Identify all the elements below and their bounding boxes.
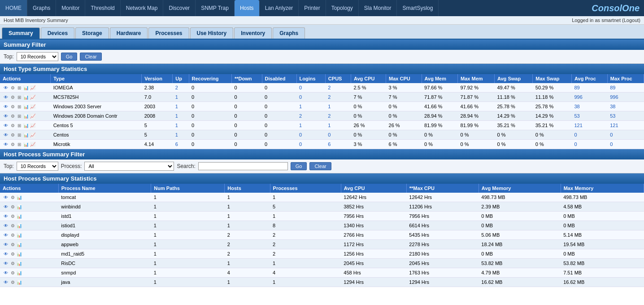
monitor-icon[interactable]: 👁 — [3, 232, 9, 238]
nav-hosts[interactable]: Hosts — [235, 0, 260, 16]
row-processes: 5 — [270, 202, 341, 212]
nav-monitor[interactable]: Monitor — [56, 0, 85, 16]
settings-icon[interactable]: ⚙ — [9, 141, 16, 147]
monitor-icon[interactable]: 👁 — [3, 260, 9, 266]
settings-icon[interactable]: ⚙ — [9, 213, 16, 219]
nav-lan-anlyzer[interactable]: Lan Anlyzer — [260, 0, 299, 16]
table-icon[interactable]: ⊞ — [16, 84, 22, 91]
settings-icon[interactable]: ⚙ — [9, 222, 16, 229]
search-input[interactable] — [198, 162, 288, 170]
table-icon[interactable]: ⊞ — [16, 94, 22, 100]
nav-threshold[interactable]: Threshold — [85, 0, 120, 16]
nav-discover[interactable]: Discover — [163, 0, 196, 16]
settings-icon[interactable]: ⚙ — [9, 194, 16, 200]
settings-icon[interactable]: ⚙ — [9, 122, 16, 128]
monitor-icon[interactable]: 👁 — [3, 251, 9, 257]
bar-chart-icon[interactable]: 📈 — [30, 132, 36, 138]
nav-sla-monitor[interactable]: Sla Monitor — [359, 0, 397, 16]
chart-icon[interactable]: 📊 — [16, 194, 22, 200]
monitor-icon[interactable]: 👁 — [3, 132, 9, 138]
bar-chart-icon[interactable]: 📈 — [30, 84, 36, 91]
settings-icon[interactable]: ⚙ — [9, 241, 16, 248]
process-clear-button[interactable]: Clear — [309, 162, 331, 170]
monitor-icon[interactable]: 👁 — [3, 222, 9, 229]
tab-use-history[interactable]: Use History — [190, 27, 234, 39]
chart-icon[interactable]: 📊 — [23, 141, 29, 147]
monitor-icon[interactable]: 👁 — [3, 194, 9, 200]
monitor-icon[interactable]: 👁 — [3, 84, 9, 91]
table-icon[interactable]: ⊞ — [16, 132, 22, 138]
tab-inventory[interactable]: Inventory — [234, 27, 272, 39]
host-process-summary-header: Host Process Summary Statistics — [0, 173, 644, 184]
table-icon[interactable]: ⊞ — [16, 103, 22, 110]
settings-icon[interactable]: ⚙ — [9, 84, 16, 91]
chart-icon[interactable]: 📊 — [16, 279, 22, 285]
chart-icon[interactable]: 📊 — [16, 213, 22, 219]
go-button[interactable]: Go — [61, 53, 78, 61]
chart-icon[interactable]: 📊 — [23, 122, 29, 128]
chart-icon[interactable]: 📊 — [23, 103, 29, 110]
settings-icon[interactable]: ⚙ — [9, 232, 16, 238]
monitor-icon[interactable]: 👁 — [3, 203, 9, 210]
tab-graphs[interactable]: Graphs — [273, 27, 305, 39]
monitor-icon[interactable]: 👁 — [3, 241, 9, 248]
process-select[interactable]: All — [84, 162, 174, 171]
settings-icon[interactable]: ⚙ — [9, 270, 16, 276]
chart-icon[interactable]: 📊 — [16, 241, 22, 248]
chart-icon[interactable]: 📊 — [16, 232, 22, 238]
nav-home[interactable]: HOME — [0, 0, 27, 16]
process-records-select[interactable]: 10 Records 25 Records 50 Records 100 Rec… — [17, 162, 58, 171]
tab-devices[interactable]: Devices — [41, 27, 74, 39]
chart-icon[interactable]: 📊 — [23, 113, 29, 119]
settings-icon[interactable]: ⚙ — [9, 260, 16, 266]
settings-icon[interactable]: ⚙ — [9, 103, 16, 110]
nav-topology[interactable]: Topology — [326, 0, 359, 16]
table-icon[interactable]: ⊞ — [16, 113, 22, 119]
monitor-icon[interactable]: 👁 — [3, 141, 9, 147]
tab-processes[interactable]: Processes — [148, 27, 189, 39]
monitor-icon[interactable]: 👁 — [3, 113, 9, 119]
chart-icon[interactable]: 📊 — [16, 203, 22, 210]
bar-chart-icon[interactable]: 📈 — [30, 94, 36, 100]
nav-snmp-trap[interactable]: SNMP Trap — [196, 0, 235, 16]
bar-chart-icon[interactable]: 📈 — [30, 103, 36, 110]
monitor-icon[interactable]: 👁 — [3, 270, 9, 276]
process-go-button[interactable]: Go — [291, 162, 307, 170]
monitor-icon[interactable]: 👁 — [3, 279, 9, 285]
chart-icon[interactable]: 📊 — [16, 251, 22, 257]
bar-chart-icon[interactable]: 📈 — [30, 141, 36, 147]
nav-smartsyslog[interactable]: SmartSyslog — [397, 0, 439, 16]
settings-icon[interactable]: ⚙ — [9, 279, 16, 285]
settings-icon[interactable]: ⚙ — [9, 132, 16, 138]
monitor-icon[interactable]: 👁 — [3, 122, 9, 128]
nav-graphs[interactable]: Graphs — [27, 0, 56, 16]
chart-icon[interactable]: 📊 — [23, 84, 29, 91]
row-actions: 👁 ⚙ 📊 — [0, 259, 58, 268]
table-icon[interactable]: ⊞ — [16, 141, 22, 147]
clear-button[interactable]: Clear — [80, 53, 101, 61]
chart-icon[interactable]: 📊 — [23, 132, 29, 138]
chart-icon[interactable]: 📊 — [23, 94, 29, 100]
row-avg-mem: 16.62 MB — [479, 278, 561, 287]
chart-icon[interactable]: 📊 — [16, 260, 22, 266]
nav-printer[interactable]: Printer — [299, 0, 326, 16]
nav-network-map[interactable]: Network Map — [121, 0, 164, 16]
chart-icon[interactable]: 📊 — [16, 222, 22, 229]
records-select[interactable]: 10 Records 25 Records 50 Records 100 Rec… — [17, 52, 58, 61]
monitor-icon[interactable]: 👁 — [3, 94, 9, 100]
chart-icon[interactable]: 📊 — [16, 270, 22, 276]
bar-chart-icon[interactable]: 📈 — [30, 113, 36, 119]
settings-icon[interactable]: ⚙ — [9, 251, 16, 257]
settings-icon[interactable]: ⚙ — [9, 113, 16, 119]
monitor-icon[interactable]: 👁 — [3, 213, 9, 219]
monitor-icon[interactable]: 👁 — [3, 103, 9, 110]
bar-chart-icon[interactable]: 📈 — [30, 122, 36, 128]
tab-hardware[interactable]: Hardware — [110, 27, 148, 39]
row-max-mem: 7.51 MB — [561, 268, 644, 278]
table-icon[interactable]: ⊞ — [16, 122, 22, 128]
col-max-mem: Max Mem — [458, 74, 495, 83]
settings-icon[interactable]: ⚙ — [9, 203, 16, 210]
tab-summary[interactable]: Summary — [2, 27, 40, 39]
settings-icon[interactable]: ⚙ — [9, 94, 16, 100]
tab-storage[interactable]: Storage — [75, 27, 109, 39]
